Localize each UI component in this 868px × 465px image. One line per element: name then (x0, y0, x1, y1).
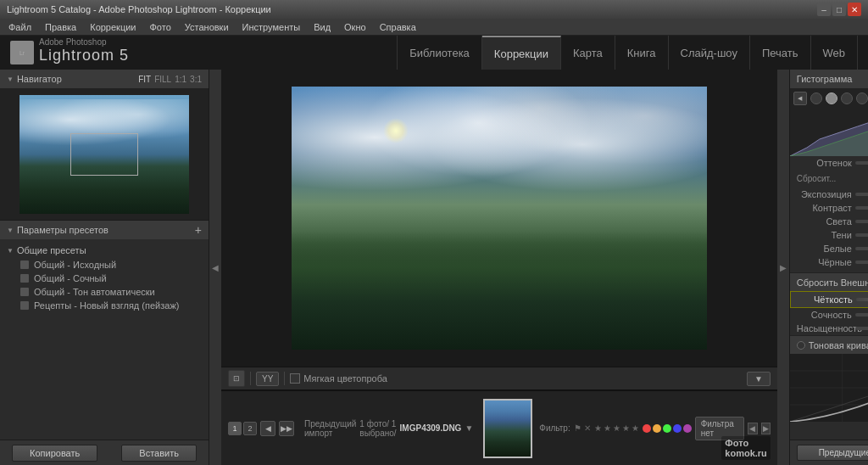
soft-proof-option[interactable]: Мягкая цветопроба (290, 373, 387, 384)
reset-button[interactable]: Сбросит... (797, 174, 836, 183)
tonecurve-area (790, 354, 868, 422)
vibrance-row: Сочность 0 (790, 308, 868, 322)
hist-circle-1[interactable] (810, 92, 822, 104)
prev-settings-button[interactable]: Предыдущие (797, 445, 868, 461)
hist-clipping-shadows[interactable]: ◀ (793, 92, 807, 105)
navtab-коррекции[interactable]: Коррекции (482, 36, 561, 70)
navtab-печать[interactable]: Печать (750, 36, 811, 70)
film-next-button[interactable]: ▶▶ (279, 421, 294, 436)
hist-circle-3[interactable] (841, 92, 853, 104)
star-4[interactable]: ★ (622, 423, 630, 433)
tonecurve-header-left: Тоновая кривая (797, 340, 868, 350)
close-button[interactable]: ✕ (848, 3, 861, 16)
menu-item-фото[interactable]: Фото (145, 20, 176, 34)
preset-item-icon (20, 288, 29, 296)
crop-tool-button[interactable]: ⊡ (228, 370, 245, 387)
navtab-web[interactable]: Web (811, 36, 859, 70)
preset-group-header[interactable]: ▼ Общие пресеты (0, 243, 209, 258)
presence-header[interactable]: Сбросить Внешний вид (790, 272, 868, 291)
menu-item-правка[interactable]: Правка (40, 20, 81, 34)
hue-slider[interactable] (855, 161, 868, 165)
star-2[interactable]: ★ (604, 423, 611, 433)
navigator-preview[interactable] (0, 88, 209, 220)
preset-item-label: Общий - Исходный (34, 260, 116, 270)
soft-proof-checkbox[interactable] (290, 373, 300, 384)
menu-item-файл[interactable]: Файл (3, 20, 36, 34)
green-label[interactable] (663, 424, 671, 433)
filmstrip-scroll-left[interactable]: ◀ (748, 423, 757, 434)
list-item[interactable]: Общий - Сочный (0, 272, 209, 285)
reject-icon[interactable]: ✕ (584, 423, 591, 433)
hist-circle-4[interactable] (856, 92, 868, 104)
blacks-slider[interactable] (855, 261, 868, 264)
flag-icon[interactable]: ⚑ (574, 423, 581, 433)
red-label[interactable] (643, 424, 651, 433)
presets-list: ▼ Общие пресеты Общий - Исходный Общий -… (0, 239, 209, 440)
copy-button[interactable]: Копировать (12, 445, 97, 462)
filmstrip-scroll-right[interactable]: ▶ (761, 423, 771, 434)
film-prev-button[interactable]: ◀ (260, 421, 275, 436)
list-item[interactable]: Общий - Тон автоматически (0, 285, 209, 299)
logo: Lr Adobe Photoshop Lightroom 5 (10, 41, 129, 64)
film-page-indicator: 1 2 (228, 422, 257, 435)
preset-group-name: Общие пресеты (17, 245, 86, 255)
zoom-1to1[interactable]: 1:1 (175, 75, 186, 84)
saturation-slider[interactable] (855, 327, 868, 330)
histogram-header[interactable]: Гистограмма ▶ (790, 70, 868, 88)
star-1[interactable]: ★ (594, 423, 602, 433)
clarity-row: Чёткость +62 (790, 291, 868, 308)
vibrance-slider[interactable] (855, 313, 868, 317)
menu-item-коррекции[interactable]: Коррекции (85, 20, 141, 34)
menu-item-вид[interactable]: Вид (309, 20, 336, 34)
watermark: Фотоkomok.ru (721, 436, 771, 460)
blacks-row: Чёрные 0 (790, 255, 868, 269)
contrast-slider[interactable] (855, 206, 868, 210)
star-3[interactable]: ★ (613, 423, 620, 433)
shadows-slider[interactable] (855, 233, 868, 237)
star-5[interactable]: ★ (632, 423, 639, 433)
menu-item-инструменты[interactable]: Инструменты (237, 20, 306, 34)
whites-slider[interactable] (855, 247, 868, 250)
highlights-slider[interactable] (855, 220, 868, 223)
hist-circle-2[interactable] (826, 92, 837, 104)
yellow-label[interactable] (653, 424, 661, 433)
zoom-fill[interactable]: FILL (154, 75, 171, 84)
film-page-2[interactable]: 2 (243, 422, 257, 435)
yy-button[interactable]: YY (256, 372, 279, 386)
film-page-1[interactable]: 1 (228, 422, 242, 435)
navigator-header[interactable]: ▼ Навигатор FIT FILL 1:1 3:1 (0, 70, 209, 88)
right-panel-collapse-arrow[interactable]: ▶ (777, 70, 789, 465)
highlights-label: Света (797, 216, 852, 227)
titlebar-title: Lightroom 5 Catalog - Adobe Photoshop Li… (7, 4, 271, 14)
navtab-слайд-шоу[interactable]: Слайд-шоу (669, 36, 750, 70)
presets-add-button[interactable]: + (195, 223, 202, 237)
left-panel-collapse-arrow[interactable]: ◀ (209, 70, 221, 465)
group-triangle-icon: ▼ (7, 247, 14, 255)
titlebar: Lightroom 5 Catalog - Adobe Photoshop Li… (0, 0, 868, 19)
clarity-slider[interactable] (856, 298, 868, 301)
list-item[interactable]: Общий - Исходный (0, 258, 209, 272)
navtab-книга[interactable]: Книга (615, 36, 669, 70)
presets-header-left: ▼ Параметры пресетов (7, 225, 108, 235)
paste-button[interactable]: Вставить (121, 445, 197, 462)
menu-item-справка[interactable]: Справка (375, 20, 421, 34)
purple-label[interactable] (683, 424, 692, 433)
maximize-button[interactable]: □ (832, 3, 846, 16)
filmstrip-thumbnail[interactable] (483, 399, 532, 458)
blue-label[interactable] (673, 424, 682, 433)
presets-header[interactable]: ▼ Параметры пресетов + (0, 221, 209, 239)
tonecurve-header[interactable]: Тоновая кривая ▼ (790, 335, 868, 354)
navtab-карта[interactable]: Карта (561, 36, 615, 70)
zoom-3to1[interactable]: 3:1 (190, 75, 202, 84)
view-dropdown[interactable]: ▼ (747, 372, 771, 386)
minimize-button[interactable]: – (817, 3, 831, 16)
menu-item-установки[interactable]: Установки (180, 20, 234, 34)
filename: IMGP4309.DNG (400, 423, 462, 433)
navtab-библиотека[interactable]: Библиотека (397, 36, 482, 70)
shadows-row: Тени 0 (790, 228, 868, 242)
list-item[interactable]: Рецепты - Новый взгляд (пейзаж) (0, 299, 209, 312)
zoom-fit[interactable]: FIT (138, 75, 151, 84)
filename-dropdown-icon[interactable]: ▼ (465, 423, 473, 433)
menu-item-окно[interactable]: Окно (339, 20, 371, 34)
exposure-slider[interactable] (855, 193, 868, 196)
